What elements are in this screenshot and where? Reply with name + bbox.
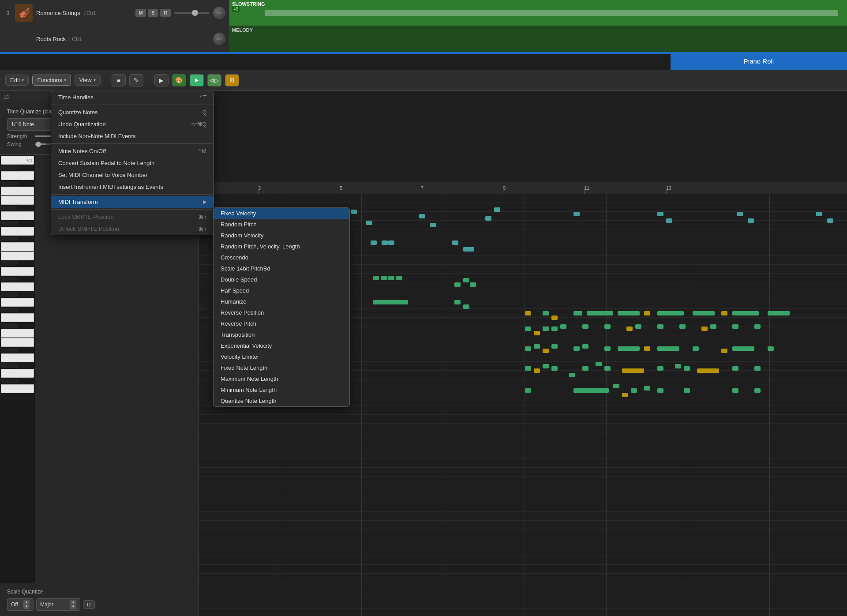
submenu-item-fixed-velocity[interactable]: Fixed Velocity	[214, 208, 349, 219]
menu-item-include-non-note[interactable]: Include Non-Note MIDI Events	[51, 130, 214, 142]
functions-menu-panel: Time Handles ⌃T Quantize Notes Q Undo Qu…	[51, 91, 214, 235]
submenu-item-random-pitch[interactable]: Random Pitch	[214, 219, 349, 230]
submenu-item-transposition[interactable]: Transposition	[214, 329, 349, 340]
submenu-item-random-velocity[interactable]: Random Velocity	[214, 230, 349, 241]
submenu-item-velocity-limiter[interactable]: Velocity Limiter	[214, 351, 349, 362]
menu-item-convert-sustain[interactable]: Convert Sustain Pedal to Note Length	[51, 157, 214, 169]
submenu-item-random-pitch-vel-len[interactable]: Random Pitch, Velocity, Length	[214, 241, 349, 252]
submenu-item-scale-14bit[interactable]: Scale 14bit PitchBd	[214, 263, 349, 274]
functions-dropdown: Time Handles ⌃T Quantize Notes Q Undo Qu…	[51, 91, 214, 235]
menu-separator-4	[51, 209, 214, 210]
submenu-item-maximum-note-length[interactable]: Maximum Note Length	[214, 373, 349, 384]
submenu-arrow-icon: ▶	[203, 199, 206, 205]
menu-item-mute-notes[interactable]: Mute Notes On/Off ⌃M	[51, 145, 214, 157]
menu-item-unlock-smpte: Unlock SMPTE Position ⌘↑	[51, 223, 214, 235]
submenu-item-humanize[interactable]: Humanize	[214, 296, 349, 307]
menu-item-time-handles[interactable]: Time Handles ⌃T	[51, 91, 214, 103]
menu-item-insert-instrument[interactable]: Insert Instrument MIDI settings as Event…	[51, 181, 214, 193]
submenu-item-fixed-note-length[interactable]: Fixed Note Length	[214, 362, 349, 373]
submenu-item-double-speed[interactable]: Double Speed	[214, 274, 349, 285]
menu-item-midi-transform[interactable]: MIDI Transform ▶	[51, 196, 214, 208]
submenu-item-reverse-position[interactable]: Reverse Position	[214, 307, 349, 318]
menu-separator-2	[51, 143, 214, 144]
submenu-item-exponential-velocity[interactable]: Exponential Velocity	[214, 340, 349, 351]
submenu-item-crescendo[interactable]: Crescendo	[214, 252, 349, 263]
menu-item-lock-smpte: Lock SMPTE Position ⌘↑	[51, 211, 214, 223]
menu-separator-1	[51, 105, 214, 105]
submenu-item-minimum-note-length[interactable]: Minimum Note Length	[214, 384, 349, 395]
submenu-item-reverse-pitch[interactable]: Reverse Pitch	[214, 318, 349, 329]
submenu-item-half-speed[interactable]: Half Speed	[214, 285, 349, 296]
submenu-item-quantize-note-length[interactable]: Quantize Note Length	[214, 395, 349, 406]
menu-item-undo-quantization[interactable]: Undo Quantization ⌥⌘Q	[51, 118, 214, 130]
menu-item-set-midi-channel[interactable]: Set MIDI Channel to Voice Number	[51, 169, 214, 181]
midi-transform-submenu: Fixed Velocity Random Pitch Random Veloc…	[213, 207, 350, 407]
menu-separator-3	[51, 194, 214, 195]
menu-item-quantize-notes[interactable]: Quantize Notes Q	[51, 106, 214, 118]
